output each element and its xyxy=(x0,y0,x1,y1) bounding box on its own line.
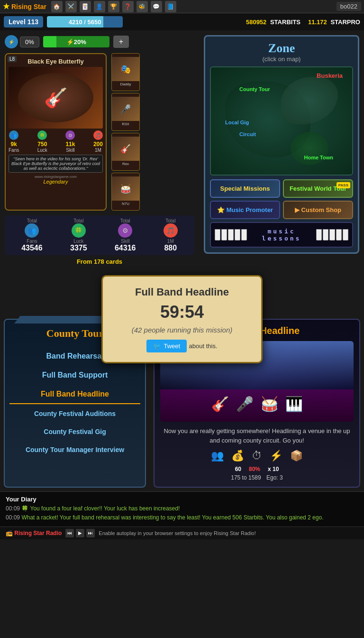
card-im-stat: 🎵 200 1M xyxy=(93,130,103,153)
zone-box: Zone (click on map) Buskeria County Tour… xyxy=(204,35,359,254)
map-circuit[interactable]: Circuit xyxy=(239,131,256,137)
total-fans-label: Total xyxy=(27,218,37,223)
starbits-label: STARBITS xyxy=(270,18,300,26)
card-skill-label: Skill xyxy=(66,148,74,153)
level-bar: Level 113 4210 / 5650 580952 STARBITS 11… xyxy=(0,13,364,30)
star-icon: ★ xyxy=(3,2,9,11)
menu-county-tour-manager[interactable]: County Tour Manager Interview xyxy=(9,441,140,458)
xp-bar-text: 4210 / 5650 xyxy=(47,16,123,28)
total-skill-icon: ⚙ xyxy=(118,223,132,238)
fans-icon: 👥 xyxy=(9,130,18,140)
stats-row: ⚡ 0% ⚡ 20% + xyxy=(5,35,194,48)
im-icon: 🎵 xyxy=(93,130,103,140)
festival-world-tour-button[interactable]: PASS Festival World Tour xyxy=(283,179,353,198)
card-image: 🎸 xyxy=(9,67,103,129)
menu-county-festival-gig[interactable]: County Festival Gig xyxy=(9,423,140,440)
music-lessons-label: music lessons xyxy=(249,228,314,242)
mission-stats: 60 80% x 10 xyxy=(160,466,354,472)
total-skill-sublabel: Skill xyxy=(121,239,129,244)
trophy-icon[interactable]: 🏆 xyxy=(108,1,119,12)
small-card-4-label: N7U xyxy=(121,201,130,207)
card-sidebar: 🎭 Daddy 🎤 R3X 🎸 Rex 🥁 N7U xyxy=(111,53,140,211)
countdown-tweet-row: 🐦 Tweet about this. xyxy=(117,340,247,352)
ranking-bar: ⚡ 20% xyxy=(43,36,109,47)
radio-next-button[interactable]: ⏭ xyxy=(86,529,95,537)
app-logo: ★ Rising Star xyxy=(3,2,46,11)
card-portrait: 🎸 xyxy=(18,73,93,122)
radio-icon: 📻 xyxy=(6,530,13,536)
total-im-label: Total xyxy=(165,218,175,223)
card-luck-val: 750 xyxy=(37,141,47,148)
hive-icon[interactable]: 🐝 xyxy=(136,1,148,12)
total-fans-sublabel: Fans xyxy=(27,239,37,244)
piano-key-w-5 xyxy=(241,229,247,240)
mission-energy-stat: 80% xyxy=(249,466,260,472)
total-luck-val: 3375 xyxy=(70,244,87,252)
profile-icon[interactable]: 👤 xyxy=(94,1,105,12)
skill-icon: ⚙ xyxy=(65,130,75,140)
small-card-1[interactable]: 🎭 Daddy xyxy=(111,53,140,91)
diary-clover-icon: 🍀 xyxy=(21,505,30,512)
ranking-percent: ⚡ 20% xyxy=(43,36,109,47)
total-im-icon: 🎵 xyxy=(164,223,178,238)
small-card-4[interactable]: 🥁 N7U xyxy=(111,173,140,211)
card-fans-val: 9k xyxy=(10,141,17,148)
cards-from-label: From xyxy=(77,258,92,265)
piano-key-w-6 xyxy=(316,229,322,240)
map-buskeria[interactable]: Buskeria xyxy=(317,72,343,79)
stage-figure-2: 🎤 xyxy=(236,396,254,412)
xp-bar: 4210 / 5650 xyxy=(47,16,123,28)
card-im-val: 200 xyxy=(93,141,103,148)
total-skill: Total ⚙ Skill 64316 xyxy=(115,218,136,252)
menu-full-band-support[interactable]: Full Band Support xyxy=(9,366,140,384)
diary-entry-1: 00:09 🍀 You found a four leaf clover!! Y… xyxy=(6,505,358,513)
cards-label: cards xyxy=(106,258,122,265)
small-card-2[interactable]: 🎤 R3X xyxy=(111,93,140,131)
cards-icon[interactable]: 🃏 xyxy=(80,1,91,12)
map-home-town[interactable]: Home Town xyxy=(304,155,333,160)
main-content: ⚡ 0% ⚡ 20% + L8 Black Eye Butte xyxy=(0,30,364,315)
menu-county-festival-auditions[interactable]: County Festival Auditions xyxy=(9,405,140,422)
tweet-button[interactable]: 🐦 Tweet xyxy=(146,340,187,352)
currency-display: 580952 STARBITS 11.172 STARPRO xyxy=(246,18,360,26)
facebook-icon[interactable]: 📘 xyxy=(165,1,176,12)
music-lessons-button[interactable]: music lessons xyxy=(210,222,353,248)
diary-time-2: 00:09 xyxy=(6,514,20,521)
home-icon[interactable]: 🏠 xyxy=(51,1,63,12)
small-card-1-image: 🎭 xyxy=(112,57,139,81)
custom-shop-button[interactable]: ▶ Custom Shop xyxy=(283,201,353,219)
map-county-tour[interactable]: County Tour xyxy=(239,86,270,92)
piano-key-w-8 xyxy=(329,229,335,240)
radio-bar: 📻 Rising Star Radio ⏮ ▶ ⏭ Enable autopla… xyxy=(0,527,364,539)
help-icon[interactable]: ❓ xyxy=(122,1,134,12)
card-stats: 👥 9k Fans 🍀 750 Luck ⚙ 11k Skill xyxy=(9,130,103,153)
stage-figures: 🎸 🎤 🥁 🎹 xyxy=(211,396,303,412)
energy-percent: 0% xyxy=(20,37,39,47)
total-luck-icon: 🍀 xyxy=(72,223,86,238)
piano-key-w-9 xyxy=(336,229,342,240)
small-card-3[interactable]: 🎸 Rex xyxy=(111,133,140,171)
diary-time-1: 00:09 xyxy=(6,505,20,512)
music-promoter-button[interactable]: ⭐ Music Promoter xyxy=(210,201,280,219)
total-skill-val: 64316 xyxy=(115,244,136,252)
mission-box-icon: 📦 xyxy=(290,450,303,462)
custom-shop-arrow: ▶ xyxy=(295,206,300,213)
discord-icon[interactable]: 💬 xyxy=(151,1,162,12)
special-missions-button[interactable]: Special Missions xyxy=(210,179,280,198)
small-card-1-label: Daddy xyxy=(119,81,132,87)
piano-key-w-7 xyxy=(323,229,328,240)
radio-play-button[interactable]: ▶ xyxy=(76,529,84,537)
plus-button[interactable]: + xyxy=(113,36,129,48)
menu-full-band-headline[interactable]: Full Band Headline xyxy=(9,385,140,404)
mission-energy-val: 80% xyxy=(249,466,260,472)
total-im: Total 🎵 1M 880 xyxy=(164,218,178,252)
twitter-bird-icon: 🐦 xyxy=(153,342,161,350)
card-rarity: Legendary xyxy=(9,179,103,185)
radio-prev-button[interactable]: ⏮ xyxy=(65,529,74,537)
map-local-gig[interactable]: Local Gig xyxy=(225,120,249,125)
zone-map[interactable]: Buskeria County Tour Local Gig Circuit H… xyxy=(210,66,353,176)
missions-icon[interactable]: ⚔️ xyxy=(65,1,77,12)
card-fans-label: Fans xyxy=(9,148,19,153)
music-promoter-label: Music Promoter xyxy=(227,206,273,213)
top-navigation: 🏠 ⚔️ 🃏 👤 🏆 ❓ 🐝 💬 📘 xyxy=(51,1,176,12)
